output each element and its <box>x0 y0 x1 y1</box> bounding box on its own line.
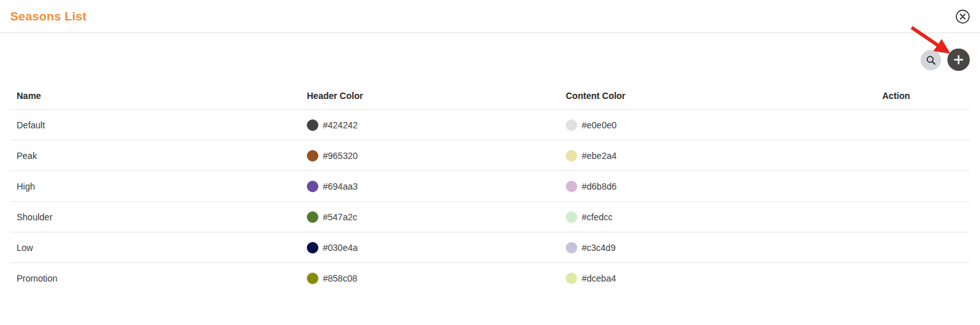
content-color-value: #ebe2a4 <box>582 151 617 161</box>
page-title: Seasons List <box>10 10 87 24</box>
content-color-value: #dceba4 <box>582 273 616 283</box>
content-color-swatch <box>566 273 577 284</box>
column-header-name: Name <box>10 91 300 101</box>
seasons-table: Name Header Color Content Color Action D… <box>10 82 970 294</box>
season-name: Promotion <box>10 273 300 283</box>
table-row[interactable]: High #694aa3 #d6b8d6 <box>10 171 970 202</box>
table-row[interactable]: Peak #965320 #ebe2a4 <box>10 140 970 171</box>
season-name: High <box>10 181 300 192</box>
header-color-value: #424242 <box>323 120 358 130</box>
content-color-swatch <box>566 211 577 223</box>
seasons-list-panel: Seasons List <box>0 0 980 325</box>
season-name: Peak <box>10 151 300 161</box>
header-color-swatch <box>307 181 318 192</box>
content-color-swatch <box>566 150 577 162</box>
content-color-value: #d6b8d6 <box>582 181 617 192</box>
titlebar: Seasons List <box>0 0 980 33</box>
table-row[interactable]: Low #030e4a #c3c4d9 <box>10 232 970 263</box>
add-season-button[interactable] <box>947 49 970 71</box>
header-color-value: #858c08 <box>323 273 357 283</box>
header-color-swatch <box>307 211 318 223</box>
header-color-value: #030e4a <box>323 243 358 253</box>
header-color-value: #965320 <box>323 151 358 161</box>
header-color-swatch <box>307 273 318 284</box>
header-color-swatch <box>307 119 318 131</box>
table-row[interactable]: Promotion #858c08 #dceba4 <box>10 263 970 294</box>
column-header-header-color: Header Color <box>300 91 559 101</box>
header-color-swatch <box>307 150 318 162</box>
header-color-value: #694aa3 <box>323 181 358 192</box>
content-color-value: #c3c4d9 <box>582 243 616 253</box>
search-button[interactable] <box>921 50 941 70</box>
search-icon <box>926 55 937 66</box>
season-name: Shoulder <box>10 212 300 222</box>
table-header-row: Name Header Color Content Color Action <box>10 82 970 110</box>
close-button[interactable] <box>956 10 970 24</box>
column-header-action: Action <box>876 91 970 101</box>
content-color-value: #e0e0e0 <box>582 120 617 130</box>
header-color-value: #547a2c <box>323 212 357 222</box>
table-body: Default #424242 #e0e0e0 Peak #965320 #eb… <box>10 110 970 294</box>
table-row[interactable]: Default #424242 #e0e0e0 <box>10 110 970 140</box>
column-header-content-color: Content Color <box>559 91 876 101</box>
toolbar <box>0 33 980 82</box>
season-name: Low <box>10 243 300 253</box>
plus-icon <box>954 55 963 64</box>
season-name: Default <box>10 120 300 130</box>
header-color-swatch <box>307 242 318 253</box>
content-color-swatch <box>566 242 577 253</box>
close-icon <box>956 10 970 24</box>
content-color-swatch <box>566 119 577 131</box>
table-row[interactable]: Shoulder #547a2c #cfedcc <box>10 202 970 232</box>
content-color-value: #cfedcc <box>582 212 612 222</box>
content-color-swatch <box>566 181 577 192</box>
